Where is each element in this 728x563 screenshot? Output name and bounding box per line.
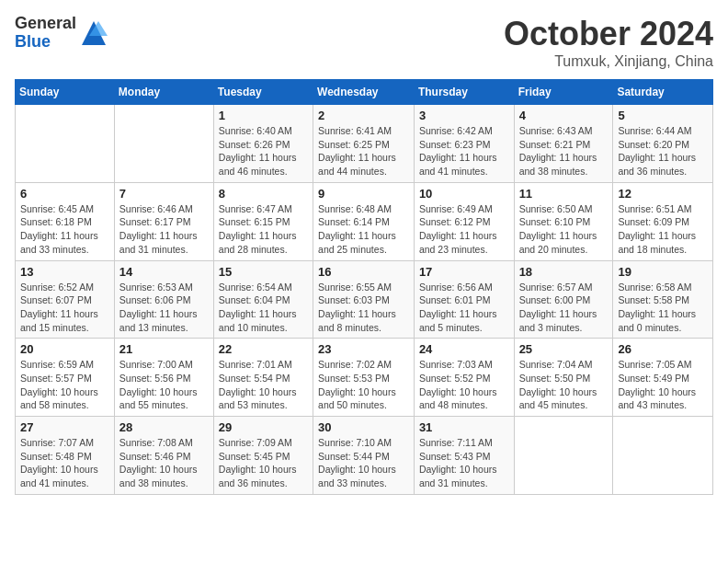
calendar-cell: 21Sunrise: 7:00 AM Sunset: 5:56 PM Dayli… (114, 339, 213, 417)
day-number: 19 (618, 265, 708, 279)
calendar-cell: 31Sunrise: 7:11 AM Sunset: 5:43 PM Dayli… (414, 417, 514, 495)
logo-blue: Blue (15, 33, 76, 52)
calendar-cell: 11Sunrise: 6:50 AM Sunset: 6:10 PM Dayli… (514, 182, 613, 260)
day-number: 2 (318, 109, 409, 122)
day-info: Sunrise: 6:51 AM Sunset: 6:09 PM Dayligh… (618, 202, 708, 257)
day-info: Sunrise: 7:01 AM Sunset: 5:54 PM Dayligh… (219, 358, 308, 412)
day-number: 7 (119, 187, 209, 201)
weekday-header: Thursday (414, 80, 514, 105)
calendar-cell: 4Sunrise: 6:43 AM Sunset: 6:21 PM Daylig… (514, 105, 613, 183)
calendar-cell: 7Sunrise: 6:46 AM Sunset: 6:17 PM Daylig… (114, 182, 213, 260)
calendar-cell: 5Sunrise: 6:44 AM Sunset: 6:20 PM Daylig… (613, 105, 713, 183)
location: Tumxuk, Xinjiang, China (504, 53, 713, 70)
weekday-header: Saturday (613, 80, 713, 105)
calendar-cell (613, 417, 713, 495)
day-info: Sunrise: 6:52 AM Sunset: 6:07 PM Dayligh… (20, 281, 109, 335)
day-info: Sunrise: 7:00 AM Sunset: 5:56 PM Dayligh… (119, 358, 209, 412)
calendar-cell: 10Sunrise: 6:49 AM Sunset: 6:12 PM Dayli… (414, 182, 514, 260)
weekday-header-row: SundayMondayTuesdayWednesdayThursdayFrid… (16, 80, 713, 105)
day-info: Sunrise: 6:53 AM Sunset: 6:06 PM Dayligh… (119, 281, 209, 335)
day-info: Sunrise: 6:44 AM Sunset: 6:20 PM Dayligh… (618, 124, 708, 178)
day-number: 21 (119, 342, 209, 356)
calendar-cell: 6Sunrise: 6:45 AM Sunset: 6:18 PM Daylig… (16, 182, 115, 260)
calendar-cell: 8Sunrise: 6:47 AM Sunset: 6:15 PM Daylig… (213, 182, 313, 260)
calendar-cell: 28Sunrise: 7:08 AM Sunset: 5:46 PM Dayli… (114, 417, 213, 495)
calendar-cell: 12Sunrise: 6:51 AM Sunset: 6:09 PM Dayli… (613, 182, 713, 260)
day-info: Sunrise: 6:40 AM Sunset: 6:26 PM Dayligh… (219, 124, 308, 178)
calendar-cell: 1Sunrise: 6:40 AM Sunset: 6:26 PM Daylig… (213, 105, 313, 183)
calendar-cell (16, 105, 115, 183)
logo-icon (80, 19, 108, 47)
calendar-cell: 20Sunrise: 6:59 AM Sunset: 5:57 PM Dayli… (16, 339, 115, 417)
day-number: 13 (20, 265, 109, 279)
calendar-cell: 14Sunrise: 6:53 AM Sunset: 6:06 PM Dayli… (114, 260, 213, 339)
calendar-cell: 15Sunrise: 6:54 AM Sunset: 6:04 PM Dayli… (213, 260, 313, 339)
day-number: 1 (219, 109, 308, 122)
day-info: Sunrise: 6:55 AM Sunset: 6:03 PM Dayligh… (318, 281, 409, 335)
day-info: Sunrise: 6:48 AM Sunset: 6:14 PM Dayligh… (318, 202, 409, 257)
day-info: Sunrise: 6:42 AM Sunset: 6:23 PM Dayligh… (419, 124, 509, 178)
day-number: 3 (419, 109, 509, 122)
day-info: Sunrise: 6:56 AM Sunset: 6:01 PM Dayligh… (419, 281, 509, 335)
day-info: Sunrise: 6:47 AM Sunset: 6:15 PM Dayligh… (219, 202, 308, 257)
day-number: 11 (519, 187, 609, 201)
calendar-cell: 24Sunrise: 7:03 AM Sunset: 5:52 PM Dayli… (414, 339, 514, 417)
calendar-header: SundayMondayTuesdayWednesdayThursdayFrid… (16, 80, 713, 105)
calendar-cell: 26Sunrise: 7:05 AM Sunset: 5:49 PM Dayli… (613, 339, 713, 417)
calendar-cell (514, 417, 613, 495)
day-number: 30 (318, 420, 409, 434)
calendar-week-row: 20Sunrise: 6:59 AM Sunset: 5:57 PM Dayli… (16, 339, 713, 417)
day-info: Sunrise: 7:10 AM Sunset: 5:44 PM Dayligh… (318, 436, 409, 490)
calendar-cell: 3Sunrise: 6:42 AM Sunset: 6:23 PM Daylig… (414, 105, 514, 183)
calendar-cell: 30Sunrise: 7:10 AM Sunset: 5:44 PM Dayli… (313, 417, 415, 495)
calendar-cell: 27Sunrise: 7:07 AM Sunset: 5:48 PM Dayli… (16, 417, 115, 495)
calendar-cell (114, 105, 213, 183)
day-info: Sunrise: 6:41 AM Sunset: 6:25 PM Dayligh… (318, 124, 409, 178)
calendar-cell: 17Sunrise: 6:56 AM Sunset: 6:01 PM Dayli… (414, 260, 514, 339)
day-number: 18 (519, 265, 609, 279)
day-info: Sunrise: 6:50 AM Sunset: 6:10 PM Dayligh… (519, 202, 609, 257)
calendar-cell: 9Sunrise: 6:48 AM Sunset: 6:14 PM Daylig… (313, 182, 415, 260)
day-number: 20 (20, 342, 109, 356)
calendar-table: SundayMondayTuesdayWednesdayThursdayFrid… (15, 79, 713, 495)
day-info: Sunrise: 6:45 AM Sunset: 6:18 PM Dayligh… (20, 202, 109, 257)
day-info: Sunrise: 6:46 AM Sunset: 6:17 PM Dayligh… (119, 202, 209, 257)
day-number: 15 (219, 265, 308, 279)
calendar-cell: 22Sunrise: 7:01 AM Sunset: 5:54 PM Dayli… (213, 339, 313, 417)
day-number: 16 (318, 265, 409, 279)
day-number: 22 (219, 342, 308, 356)
calendar-week-row: 13Sunrise: 6:52 AM Sunset: 6:07 PM Dayli… (16, 260, 713, 339)
day-number: 24 (419, 342, 509, 356)
day-info: Sunrise: 7:04 AM Sunset: 5:50 PM Dayligh… (519, 358, 609, 412)
day-number: 12 (618, 187, 708, 201)
calendar-week-row: 1Sunrise: 6:40 AM Sunset: 6:26 PM Daylig… (16, 105, 713, 183)
calendar-cell: 25Sunrise: 7:04 AM Sunset: 5:50 PM Dayli… (514, 339, 613, 417)
day-number: 14 (119, 265, 209, 279)
title-area: October 2024 Tumxuk, Xinjiang, China (504, 15, 713, 70)
calendar-week-row: 6Sunrise: 6:45 AM Sunset: 6:18 PM Daylig… (16, 182, 713, 260)
day-info: Sunrise: 7:07 AM Sunset: 5:48 PM Dayligh… (20, 436, 109, 490)
page-header: General Blue October 2024 Tumxuk, Xinjia… (15, 15, 713, 70)
day-info: Sunrise: 6:43 AM Sunset: 6:21 PM Dayligh… (519, 124, 609, 178)
calendar-cell: 18Sunrise: 6:57 AM Sunset: 6:00 PM Dayli… (514, 260, 613, 339)
calendar-cell: 19Sunrise: 6:58 AM Sunset: 5:58 PM Dayli… (613, 260, 713, 339)
day-number: 31 (419, 420, 509, 434)
day-number: 27 (20, 420, 109, 434)
day-number: 6 (20, 187, 109, 201)
calendar-cell: 16Sunrise: 6:55 AM Sunset: 6:03 PM Dayli… (313, 260, 415, 339)
weekday-header: Friday (514, 80, 613, 105)
logo: General Blue (15, 15, 108, 52)
day-info: Sunrise: 6:58 AM Sunset: 5:58 PM Dayligh… (618, 281, 708, 335)
day-number: 29 (219, 420, 308, 434)
weekday-header: Monday (114, 80, 213, 105)
day-info: Sunrise: 7:09 AM Sunset: 5:45 PM Dayligh… (219, 436, 308, 490)
day-info: Sunrise: 7:11 AM Sunset: 5:43 PM Dayligh… (419, 436, 509, 490)
day-number: 9 (318, 187, 409, 201)
day-number: 25 (519, 342, 609, 356)
weekday-header: Tuesday (213, 80, 313, 105)
day-info: Sunrise: 7:08 AM Sunset: 5:46 PM Dayligh… (119, 436, 209, 490)
logo-general: General (15, 15, 76, 33)
weekday-header: Wednesday (313, 80, 415, 105)
day-number: 28 (119, 420, 209, 434)
day-info: Sunrise: 6:49 AM Sunset: 6:12 PM Dayligh… (419, 202, 509, 257)
